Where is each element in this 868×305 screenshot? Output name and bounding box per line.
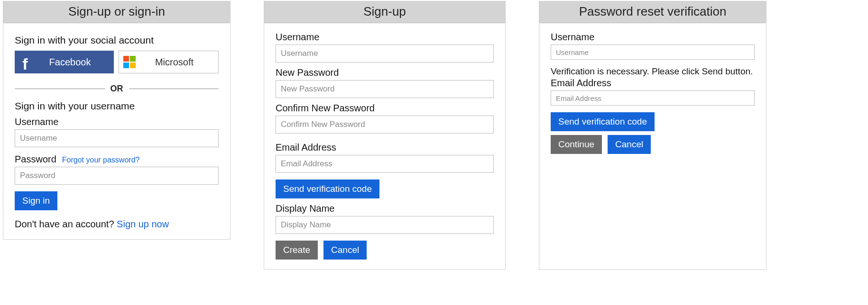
confirm-password-input[interactable] — [276, 116, 494, 134]
display-name-input[interactable] — [276, 216, 494, 234]
signup-username-input[interactable] — [276, 45, 494, 63]
facebook-label: Facebook — [36, 57, 114, 68]
divider-line-right — [129, 89, 219, 89]
create-button[interactable]: Create — [276, 241, 318, 260]
signup-send-code-button[interactable]: Send verification code — [276, 179, 379, 198]
reset-username-label: Username — [551, 32, 755, 43]
signup-now-link[interactable]: Sign up now — [117, 219, 169, 229]
signup-username-label: Username — [276, 32, 494, 43]
signin-body: Sign in with your social account f Faceb… — [3, 23, 230, 239]
microsoft-icon — [119, 56, 140, 68]
facebook-button[interactable]: f Facebook — [15, 51, 114, 73]
reset-panel: Password reset verification Username Ver… — [539, 1, 766, 270]
or-divider: OR — [15, 84, 219, 94]
microsoft-button[interactable]: Microsoft — [119, 51, 219, 73]
social-row: f Facebook Microsoft — [15, 51, 219, 73]
new-password-input[interactable] — [276, 80, 494, 98]
signup-title: Sign-up — [264, 1, 505, 23]
reset-send-code-button[interactable]: Send verification code — [551, 112, 655, 131]
reset-email-input[interactable] — [551, 90, 755, 106]
signup-email-input[interactable] — [276, 155, 494, 173]
password-label: Password — [15, 154, 56, 165]
signup-panel: Sign-up Username New Password Confirm Ne… — [264, 1, 506, 269]
local-heading: Sign in with your username — [15, 100, 219, 112]
reset-body: Username Verification is necessary. Plea… — [539, 23, 766, 269]
password-input[interactable] — [15, 167, 219, 185]
reset-username-input[interactable] — [551, 45, 755, 60]
signup-cancel-button[interactable]: Cancel — [323, 241, 367, 260]
reset-cancel-button[interactable]: Cancel — [608, 135, 651, 154]
verification-message: Verification is necessary. Please click … — [551, 66, 755, 77]
signup-prompt-text: Don't have an account? — [15, 219, 114, 229]
reset-title: Password reset verification — [539, 1, 766, 23]
username-label: Username — [15, 117, 219, 127]
divider-line-left — [15, 89, 105, 89]
signup-email-label: Email Address — [276, 142, 494, 153]
username-input[interactable] — [15, 129, 219, 147]
signup-body: Username New Password Confirm New Passwo… — [264, 23, 505, 269]
microsoft-label: Microsoft — [140, 57, 218, 68]
or-label: OR — [105, 84, 129, 94]
reset-email-label: Email Address — [551, 78, 755, 89]
display-name-label: Display Name — [276, 203, 494, 214]
signin-panel: Sign-up or sign-in Sign in with your soc… — [3, 1, 231, 240]
signin-button[interactable]: Sign in — [15, 191, 57, 210]
signup-prompt-row: Don't have an account? Sign up now — [15, 219, 219, 230]
forgot-password-link[interactable]: Forgot your password? — [62, 156, 140, 164]
confirm-password-label: Confirm New Password — [276, 103, 494, 114]
new-password-label: New Password — [276, 67, 494, 78]
social-heading: Sign in with your social account — [15, 35, 219, 46]
continue-button[interactable]: Continue — [551, 135, 602, 154]
facebook-icon: f — [15, 55, 36, 69]
signin-title: Sign-up or sign-in — [3, 1, 230, 23]
